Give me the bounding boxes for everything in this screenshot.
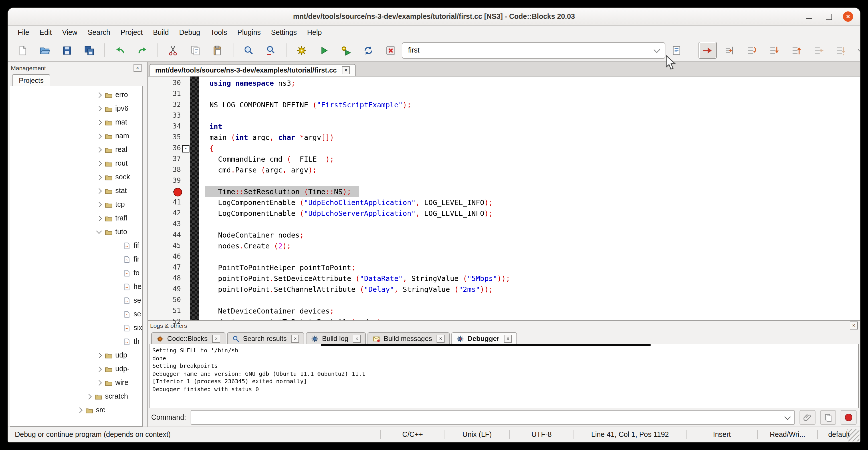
log-tab-build-messages[interactable]: Build messages× [368,332,450,344]
copy-button[interactable] [186,42,205,59]
replace-button[interactable] [262,42,280,59]
tree-item-he[interactable]: he [10,280,142,294]
resize-grip[interactable] [847,429,860,442]
step-into-instruction-button[interactable] [832,42,850,59]
stop-debugger-button[interactable] [841,410,857,425]
chevron-down-icon[interactable] [784,414,791,420]
command-input[interactable] [191,410,795,425]
menu-project[interactable]: Project [115,27,148,38]
tree-item-sock[interactable]: sock [10,170,142,184]
minimize-button[interactable] [804,11,814,22]
chevron-right-icon[interactable] [96,174,102,180]
copy-log-button[interactable] [820,410,836,425]
undo-button[interactable] [111,42,129,59]
run-to-cursor-button[interactable] [720,42,739,59]
tree-item-se[interactable]: se [10,307,142,321]
titlebar[interactable]: mnt/dev/tools/source/ns-3-dev/examples/t… [8,8,860,26]
log-tab-close-button[interactable]: × [353,335,361,342]
tree-item-wire[interactable]: wire [10,376,142,389]
debugger-log[interactable]: Setting SHELL to '/bin/sh'doneSetting br… [149,344,859,408]
chevron-right-icon[interactable] [96,352,102,358]
log-tab-build-log[interactable]: Build log× [306,332,366,344]
chevron-right-icon[interactable] [96,133,102,139]
tree-item-se[interactable]: se [10,294,142,307]
logs-close-button[interactable]: × [850,322,858,330]
chevron-right-icon[interactable] [96,160,102,166]
tree-item-erro[interactable]: erro [10,88,142,102]
chevron-right-icon[interactable] [96,106,102,111]
abort-build-button[interactable] [381,42,400,59]
next-line-button[interactable] [743,42,761,59]
menu-view[interactable]: View [57,27,83,38]
cut-button[interactable] [164,42,182,59]
log-tab-debugger[interactable]: Debugger× [452,332,517,344]
build-target-combo[interactable]: first [402,42,665,59]
fold-collapse-icon[interactable]: - [182,145,189,152]
open-file-button[interactable] [36,42,54,59]
log-tab-close-button[interactable]: × [504,335,512,342]
menu-debug[interactable]: Debug [174,27,206,38]
panel-splitter[interactable] [144,62,147,427]
tree-item-trafl[interactable]: trafl [10,211,142,225]
new-file-button[interactable] [13,42,32,59]
log-tab-close-button[interactable]: × [437,335,444,342]
tree-item-fif[interactable]: fif [10,239,142,252]
save-button[interactable] [58,42,76,59]
code-area[interactable]: using namespace ns3;NS_LOG_COMPONENT_DEF… [199,77,860,320]
menu-build[interactable]: Build [148,27,174,38]
management-close-button[interactable]: × [133,64,142,72]
debug-continue-button[interactable] [698,42,716,59]
chevron-right-icon[interactable] [77,407,83,413]
menu-help[interactable]: Help [302,27,327,38]
chevron-down-icon[interactable] [96,228,102,234]
tree-item-udp-[interactable]: udp- [10,362,142,376]
tree-item-stat[interactable]: stat [10,184,142,198]
tree-item-th[interactable]: th [10,335,142,348]
redo-button[interactable] [133,42,152,59]
log-tab-close-button[interactable]: × [212,335,220,342]
tree-item-ipv6[interactable]: ipv6 [10,102,142,115]
log-tab-code-blocks[interactable]: Code::Blocks× [151,332,225,344]
paste-button[interactable] [209,42,227,59]
tab-projects[interactable]: Projects [12,74,51,86]
editor-tab-first-cc[interactable]: mnt/dev/tools/source/ns-3-dev/examples/t… [150,64,355,76]
editor-tab-close-button[interactable]: × [342,66,350,74]
tree-item-six[interactable]: six [10,321,142,335]
tree-item-scratch[interactable]: scratch [10,389,142,403]
step-out-button[interactable] [787,42,806,59]
tree-item-nam[interactable]: nam [10,129,142,143]
maximize-button[interactable] [824,11,834,22]
toolbar-overflow-button[interactable] [852,42,860,59]
chevron-right-icon[interactable] [96,380,102,386]
chevron-right-icon[interactable] [96,119,102,125]
fold-margin[interactable] [190,77,199,320]
step-into-button[interactable] [765,42,783,59]
tree-item-fir[interactable]: fir [10,252,142,266]
attach-button[interactable] [800,410,815,425]
build-and-run-button[interactable] [337,42,355,59]
save-all-button[interactable] [80,42,98,59]
chevron-right-icon[interactable] [96,147,102,152]
log-tab-close-button[interactable]: × [291,335,299,342]
tree-item-tuto[interactable]: tuto [10,225,142,239]
find-button[interactable] [239,42,258,59]
chevron-right-icon[interactable] [96,188,102,193]
run-button[interactable] [315,42,333,59]
menu-search[interactable]: Search [83,27,115,38]
chevron-right-icon[interactable] [86,393,92,399]
chevron-right-icon[interactable] [96,215,102,221]
menu-file[interactable]: File [12,27,34,38]
log-tab-search-results[interactable]: Search results× [227,332,304,344]
tree-item-rout[interactable]: rout [10,156,142,170]
menu-tools[interactable]: Tools [205,27,232,38]
tree-item-real[interactable]: real [10,143,142,156]
tree-item-tcp[interactable]: tcp [10,198,142,211]
menu-edit[interactable]: Edit [34,27,57,38]
chevron-right-icon[interactable] [96,366,102,372]
close-button[interactable]: × [843,11,853,22]
tree-item-fo[interactable]: fo [10,266,142,280]
tree-item-src[interactable]: src [10,403,142,417]
chevron-right-icon[interactable] [96,202,102,207]
tree-item-mat[interactable]: mat [10,115,142,129]
next-instruction-button[interactable] [809,42,828,59]
